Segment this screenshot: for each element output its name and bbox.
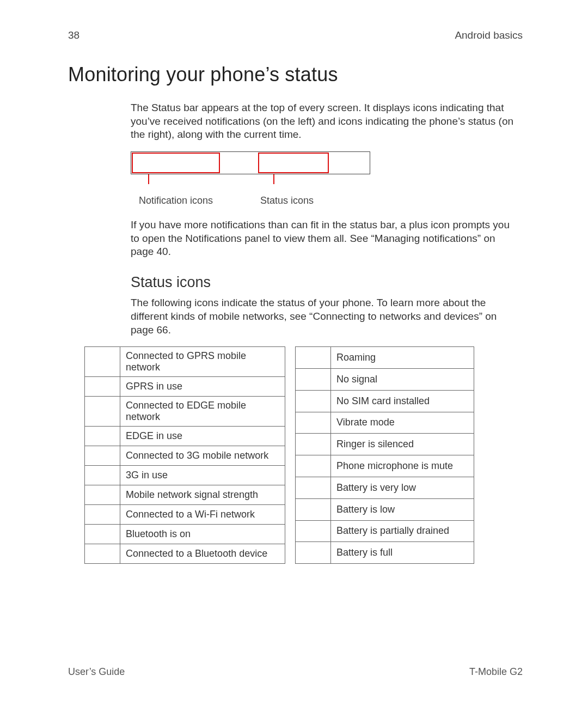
callout-line-right <box>273 174 274 184</box>
status-icon-cell <box>296 520 331 542</box>
status-icon-cell <box>85 505 120 525</box>
table-row: Roaming <box>296 347 474 369</box>
table-row: GPRS in use <box>85 377 285 397</box>
table-row: Vibrate mode <box>296 412 474 434</box>
status-description: Connected to a Wi-Fi network <box>120 505 285 525</box>
status-icon-cell <box>296 455 331 477</box>
status-description: Connected to GPRS mobile network <box>120 347 285 377</box>
page: 38 Android basics Monitoring your phone’… <box>0 0 588 706</box>
section-name: Android basics <box>455 29 523 41</box>
table-row: Battery is full <box>296 542 474 564</box>
status-description: Connected to 3G mobile network <box>120 446 285 466</box>
table-row: Connected to a Bluetooth device <box>85 544 285 564</box>
status-description: Battery is partially drained <box>331 520 474 542</box>
status-description: 3G in use <box>120 466 285 485</box>
table-row: Ringer is silenced <box>296 434 474 455</box>
page-title: Monitoring your phone’s status <box>68 63 523 86</box>
subsection-title: Status icons <box>131 274 517 291</box>
status-icon-cell <box>85 397 120 427</box>
table-row: Connected to a Wi-Fi network <box>85 505 285 525</box>
status-bar-diagram: Notification icons Status icons <box>131 151 370 209</box>
status-icon-cell <box>296 368 331 390</box>
status-icons-highlight <box>258 153 329 173</box>
status-icons-tables: Connected to GPRS mobile network GPRS in… <box>84 346 523 564</box>
status-description: Connected to EDGE mobile network <box>120 397 285 427</box>
subsection-intro: The following icons indicate the status … <box>131 296 517 337</box>
table-row: Battery is very low <box>296 477 474 498</box>
status-description: Bluetooth is on <box>120 525 285 544</box>
status-icons-table-left: Connected to GPRS mobile network GPRS in… <box>84 346 285 564</box>
overflow-note: If you have more notifications than can … <box>131 218 517 259</box>
footer-left: User’s Guide <box>68 666 125 678</box>
status-description: Ringer is silenced <box>331 434 474 455</box>
status-description: Connected to a Bluetooth device <box>120 544 285 564</box>
table-row: Mobile network signal strength <box>85 485 285 505</box>
status-icon-cell <box>296 434 331 455</box>
status-description: GPRS in use <box>120 377 285 397</box>
status-icon-cell <box>296 390 331 412</box>
status-icon-cell <box>85 544 120 564</box>
table-row: Phone microphone is mute <box>296 455 474 477</box>
status-description: No signal <box>331 368 474 390</box>
status-icon-cell <box>296 477 331 498</box>
status-icon-cell <box>85 525 120 544</box>
status-icon-cell <box>85 377 120 397</box>
body-column: The Status bar appears at the top of eve… <box>131 101 517 337</box>
status-description: Battery is very low <box>331 477 474 498</box>
status-icon-cell <box>296 498 331 520</box>
status-icon-cell <box>296 542 331 564</box>
status-icon-cell <box>85 446 120 466</box>
intro-paragraph: The Status bar appears at the top of eve… <box>131 101 517 142</box>
table-row: Battery is partially drained <box>296 520 474 542</box>
table-row: Connected to EDGE mobile network <box>85 397 285 427</box>
page-footer: User’s Guide T-Mobile G2 <box>68 666 523 678</box>
status-icons-label: Status icons <box>260 195 314 206</box>
status-description: Battery is low <box>331 498 474 520</box>
page-number: 38 <box>68 29 79 41</box>
table-row: Bluetooth is on <box>85 525 285 544</box>
status-description: Roaming <box>331 347 474 369</box>
status-icon-cell <box>85 347 120 377</box>
status-icon-cell <box>85 427 120 446</box>
status-icon-cell <box>85 466 120 485</box>
table-row: Battery is low <box>296 498 474 520</box>
page-header: 38 Android basics <box>68 29 523 41</box>
status-description: Phone microphone is mute <box>331 455 474 477</box>
status-description: Vibrate mode <box>331 412 474 434</box>
status-icon-cell <box>296 412 331 434</box>
table-row: Connected to 3G mobile network <box>85 446 285 466</box>
table-row: No signal <box>296 368 474 390</box>
status-icon-cell <box>296 347 331 369</box>
table-row: Connected to GPRS mobile network <box>85 347 285 377</box>
status-description: No SIM card installed <box>331 390 474 412</box>
status-icon-cell <box>85 485 120 505</box>
footer-right: T-Mobile G2 <box>469 666 523 678</box>
callout-line-left <box>148 174 149 184</box>
table-row: 3G in use <box>85 466 285 485</box>
notification-icons-highlight <box>132 153 220 173</box>
status-icons-table-right: Roaming No signal No SIM card installed … <box>295 346 474 564</box>
status-description: EDGE in use <box>120 427 285 446</box>
status-description: Mobile network signal strength <box>120 485 285 505</box>
table-row: No SIM card installed <box>296 390 474 412</box>
notification-icons-label: Notification icons <box>139 195 213 206</box>
status-description: Battery is full <box>331 542 474 564</box>
table-row: EDGE in use <box>85 427 285 446</box>
